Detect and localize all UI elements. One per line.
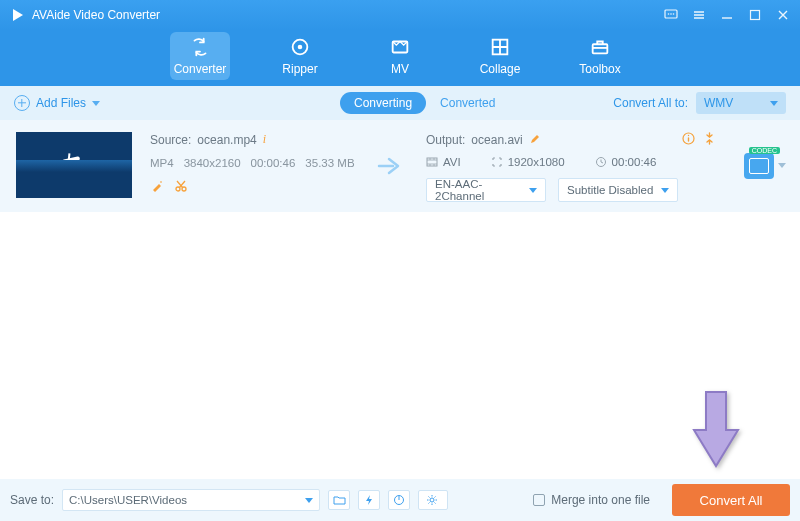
power-icon [393,494,405,506]
compress-icon[interactable] [703,132,716,148]
plus-icon [14,95,30,111]
app-title: AVAide Video Converter [32,8,664,22]
video-thumbnail[interactable] [16,132,132,198]
checkbox-icon [533,494,545,506]
svg-rect-5 [751,11,760,20]
convert-all-format-select[interactable]: WMV [696,92,786,114]
enhance-icon[interactable] [150,179,164,193]
minimize-icon[interactable] [720,8,734,22]
task-schedule-button[interactable] [388,490,410,510]
rename-icon[interactable] [529,133,541,148]
svg-point-2 [668,13,670,15]
tab-ripper[interactable]: Ripper [270,32,330,80]
maximize-icon[interactable] [748,8,762,22]
source-size: 35.33 MB [305,157,354,169]
source-format: MP4 [150,157,174,169]
title-bar: AVAide Video Converter [0,0,800,30]
source-info-icon[interactable]: i [263,132,266,147]
hint-arrow-icon [690,388,742,473]
tab-collage-label: Collage [480,62,521,76]
close-icon[interactable] [776,8,790,22]
tab-converter-label: Converter [174,62,227,76]
arrow-right-icon [377,156,405,176]
source-filename: ocean.mp4 [197,133,256,147]
add-files-button[interactable]: Add Files [14,95,100,111]
svg-point-7 [298,45,303,50]
merge-checkbox[interactable]: Merge into one file [533,493,650,507]
audio-track-select[interactable]: EN-AAC-2Channel [426,178,546,202]
save-path-value: C:\Users\USER\Videos [69,494,187,506]
tab-ripper-label: Ripper [282,62,317,76]
output-format: AVI [443,156,461,168]
status-converted[interactable]: Converted [426,92,509,114]
source-resolution: 3840x2160 [184,157,241,169]
subtitle-select[interactable]: Subtitle Disabled [558,178,678,202]
output-duration: 00:00:46 [612,156,657,168]
convert-all-button[interactable]: Convert All [672,484,790,516]
tab-mv[interactable]: MV [370,32,430,80]
lightning-icon [363,494,375,506]
sub-bar: Add Files Converting Converted Convert A… [0,86,800,120]
status-tabs: Converting Converted [340,92,509,114]
output-column: Output: ocean.avi AVI 1920x1080 [426,132,716,200]
settings-button[interactable] [418,490,448,510]
toolbox-icon [589,36,611,58]
tab-toolbox[interactable]: Toolbox [570,32,630,80]
svg-point-3 [670,13,672,15]
chevron-down-icon [770,101,778,106]
source-column: Source: ocean.mp4 i MP4 3840x2160 00:00:… [150,132,356,200]
codec-badge-label: CODEC [749,147,780,154]
gpu-accel-button[interactable] [358,490,380,510]
chevron-down-icon[interactable] [778,163,786,168]
convert-all-label: Convert All [700,493,763,508]
svg-point-17 [430,498,434,502]
chevron-down-icon [661,188,669,193]
resolution-icon [491,156,503,168]
info-icon[interactable] [682,132,695,148]
tab-mv-label: MV [391,62,409,76]
svg-point-4 [673,13,675,15]
arrow-separator [374,132,408,200]
output-profile-button[interactable]: CODEC [744,153,774,179]
menu-icon[interactable] [692,8,706,22]
gear-icon [426,494,438,506]
chevron-down-icon [92,101,100,106]
collage-icon [489,36,511,58]
trim-icon[interactable] [174,179,188,193]
audio-track-value: EN-AAC-2Channel [435,178,529,202]
convert-all-to: Convert All to: WMV [613,92,786,114]
merge-label: Merge into one file [551,493,650,507]
file-item: Source: ocean.mp4 i MP4 3840x2160 00:00:… [0,120,800,212]
svg-rect-14 [427,158,437,166]
feedback-icon[interactable] [664,8,678,22]
chevron-down-icon [529,188,537,193]
mv-icon [389,36,411,58]
folder-icon [333,494,346,506]
output-label: Output: [426,133,465,147]
converter-icon [189,36,211,58]
svg-marker-0 [13,9,23,21]
status-converting[interactable]: Converting [340,92,426,114]
main-nav: Converter Ripper MV Collage Toolbox [0,30,800,86]
app-logo-icon [10,7,26,23]
save-path-select[interactable]: C:\Users\USER\Videos [62,489,320,511]
profile-column: CODEC [734,132,784,200]
tab-converter[interactable]: Converter [170,32,230,80]
open-folder-button[interactable] [328,490,350,510]
add-files-label: Add Files [36,96,86,110]
convert-all-format-value: WMV [704,96,733,110]
convert-all-to-label: Convert All to: [613,96,688,110]
clock-icon [595,156,607,168]
ripper-icon [289,36,311,58]
output-resolution: 1920x1080 [508,156,565,168]
video-icon [426,156,438,168]
source-label: Source: [150,133,191,147]
tab-collage[interactable]: Collage [470,32,530,80]
subtitle-value: Subtitle Disabled [567,184,653,196]
save-to-label: Save to: [10,493,54,507]
chevron-down-icon [305,498,313,503]
source-duration: 00:00:46 [251,157,296,169]
output-filename: ocean.avi [471,133,522,147]
tab-toolbox-label: Toolbox [579,62,620,76]
bottom-bar: Save to: C:\Users\USER\Videos Merge into… [0,479,800,521]
